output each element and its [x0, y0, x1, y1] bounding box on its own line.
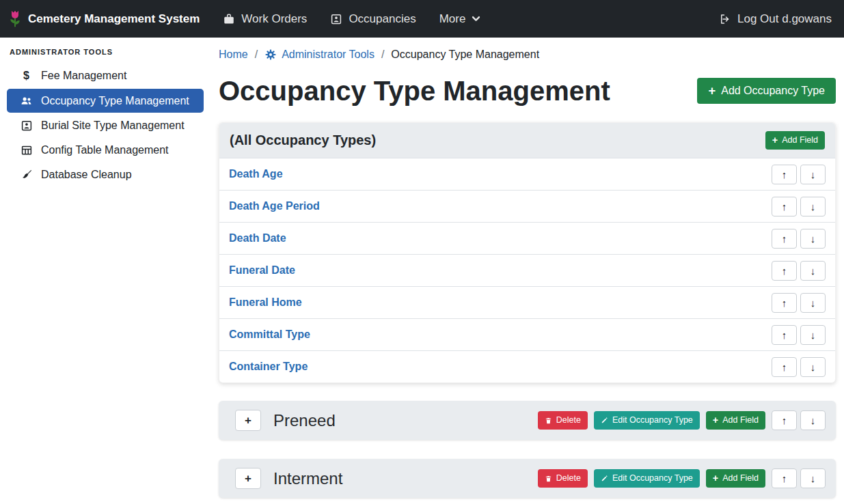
field-link-container-type[interactable]: Container Type: [229, 361, 308, 373]
breadcrumb-separator: /: [255, 48, 258, 61]
move-down-button[interactable]: ↓: [800, 357, 826, 377]
reorder-controls: ↑ ↓: [772, 229, 826, 249]
main-content: Home / Administrator: [210, 38, 844, 504]
arrow-down-icon: ↓: [811, 201, 816, 212]
trash-icon: [545, 417, 552, 425]
reorder-controls: ↑ ↓: [772, 293, 826, 313]
reorder-controls: ↑ ↓: [772, 410, 826, 430]
arrow-up-icon: ↑: [782, 297, 787, 309]
edit-occupancy-type-label: Edit Occupancy Type: [612, 415, 693, 425]
arrow-down-icon: ↓: [811, 169, 816, 180]
move-up-button[interactable]: ↑: [772, 293, 797, 313]
logout-label: Log Out d.gowans: [737, 12, 832, 26]
add-field-button[interactable]: + Add Field: [706, 469, 765, 488]
field-row: Death Age Period ↑ ↓: [219, 190, 835, 222]
add-occupancy-type-button[interactable]: + Add Occupancy Type: [697, 78, 836, 103]
nav-item-occupancies[interactable]: Occupancies: [330, 12, 416, 26]
nav-item-label: Occupancies: [349, 12, 416, 26]
tulip-logo-icon: [8, 10, 22, 28]
field-row: Container Type ↑ ↓: [219, 350, 835, 382]
edit-occupancy-type-button[interactable]: Edit Occupancy Type: [594, 411, 700, 430]
breadcrumb: Home / Administrator: [219, 48, 836, 61]
arrow-down-icon: ↓: [811, 329, 816, 341]
move-up-button[interactable]: ↑: [772, 229, 797, 249]
add-field-label: Add Field: [722, 415, 759, 425]
arrow-down-icon: ↓: [811, 415, 816, 426]
breadcrumb-separator: /: [381, 48, 384, 61]
section-title: Interment: [273, 469, 538, 488]
brand-link[interactable]: Cemetery Management System: [8, 10, 200, 28]
field-link-funeral-home[interactable]: Funeral Home: [229, 296, 302, 309]
field-link-death-age[interactable]: Death Age: [229, 168, 283, 180]
field-link-death-date[interactable]: Death Date: [229, 232, 286, 244]
page-title: Occupancy Type Management: [219, 74, 610, 107]
nav-item-more[interactable]: More: [439, 12, 481, 26]
add-occupancy-type-label: Add Occupancy Type: [721, 84, 825, 97]
sidebar-item-label: Database Cleanup: [41, 169, 132, 181]
plus-icon: +: [245, 414, 251, 428]
field-link-funeral-date[interactable]: Funeral Date: [229, 264, 295, 277]
expand-section-button[interactable]: +: [235, 410, 261, 431]
delete-label: Delete: [556, 415, 581, 425]
expand-section-button[interactable]: +: [235, 468, 261, 489]
delete-label: Delete: [556, 473, 581, 484]
nav-item-label: Work Orders: [241, 12, 307, 26]
arrow-up-icon: ↑: [782, 169, 787, 180]
sidebar-item-burial-site-type-management[interactable]: Burial Site Type Management: [7, 114, 204, 137]
arrow-down-icon: ↓: [811, 361, 816, 373]
move-up-button[interactable]: ↑: [772, 165, 797, 184]
plus-icon: +: [708, 85, 716, 97]
chevron-down-icon: [472, 14, 480, 23]
breadcrumb-admin-tools-label: Administrator Tools: [282, 48, 375, 61]
sidebar-item-fee-management[interactable]: $ Fee Management: [7, 64, 204, 87]
move-down-button[interactable]: ↓: [800, 325, 826, 345]
move-up-button[interactable]: ↑: [772, 197, 797, 216]
move-down-button[interactable]: ↓: [800, 468, 826, 488]
sidebar-item-config-table-management[interactable]: Config Table Management: [7, 139, 204, 162]
arrow-down-icon: ↓: [811, 297, 816, 309]
move-up-button[interactable]: ↑: [772, 410, 797, 430]
move-up-button[interactable]: ↑: [772, 357, 797, 377]
delete-button[interactable]: Delete: [538, 469, 588, 488]
edit-occupancy-type-label: Edit Occupancy Type: [612, 473, 693, 484]
move-up-button[interactable]: ↑: [772, 468, 797, 488]
arrow-down-icon: ↓: [811, 265, 816, 277]
reorder-controls: ↑ ↓: [772, 197, 826, 216]
arrow-up-icon: ↑: [782, 265, 787, 277]
breadcrumb-admin-tools-link[interactable]: Administrator Tools: [264, 48, 375, 61]
all-types-card-title: (All Occupancy Types): [230, 132, 376, 148]
move-down-button[interactable]: ↓: [800, 261, 826, 281]
arrow-up-icon: ↑: [782, 329, 787, 341]
move-down-button[interactable]: ↓: [800, 197, 826, 216]
add-field-button[interactable]: + Add Field: [765, 131, 825, 150]
sidebar-item-database-cleanup[interactable]: Database Cleanup: [7, 163, 204, 186]
breadcrumb-home-link[interactable]: Home: [219, 48, 248, 61]
arrow-down-icon: ↓: [811, 233, 816, 244]
move-down-button[interactable]: ↓: [800, 165, 826, 184]
occupancies-icon: [330, 13, 342, 25]
logout-link[interactable]: Log Out d.gowans: [719, 12, 832, 26]
field-link-death-age-period[interactable]: Death Age Period: [229, 200, 320, 212]
add-field-button[interactable]: + Add Field: [706, 411, 765, 430]
field-link-committal-type[interactable]: Committal Type: [229, 328, 310, 341]
arrow-up-icon: ↑: [782, 233, 787, 244]
breadcrumb-current: Occupancy Type Management: [391, 48, 539, 61]
delete-button[interactable]: Delete: [538, 411, 588, 430]
move-up-button[interactable]: ↑: [772, 325, 797, 345]
sidebar-item-label: Config Table Management: [41, 144, 169, 156]
reorder-controls: ↑ ↓: [772, 325, 826, 345]
gear-icon: [264, 48, 277, 61]
move-down-button[interactable]: ↓: [800, 293, 826, 313]
all-types-card: (All Occupancy Types) + Add Field Death …: [219, 122, 836, 383]
top-navbar: Cemetery Management System Work Orders O…: [0, 0, 844, 38]
nav-item-work-orders[interactable]: Work Orders: [223, 12, 307, 26]
move-up-button[interactable]: ↑: [772, 261, 797, 281]
add-field-label: Add Field: [722, 473, 759, 484]
edit-occupancy-type-button[interactable]: Edit Occupancy Type: [594, 469, 700, 488]
move-down-button[interactable]: ↓: [800, 229, 826, 249]
move-down-button[interactable]: ↓: [800, 410, 826, 430]
breadcrumb-home-label: Home: [219, 48, 248, 61]
reorder-controls: ↑ ↓: [772, 261, 826, 281]
sidebar-item-occupancy-type-management[interactable]: Occupancy Type Management: [7, 89, 204, 113]
section-title: Preneed: [273, 411, 538, 430]
